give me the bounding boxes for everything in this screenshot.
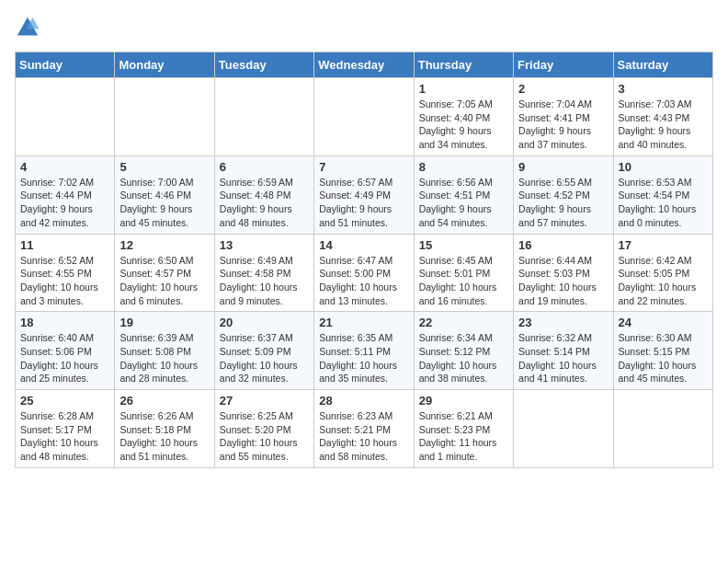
- header-row: SundayMondayTuesdayWednesdayThursdayFrid…: [16, 52, 713, 78]
- day-number: 12: [119, 238, 209, 252]
- day-info: Sunrise: 7:03 AM Sunset: 4:43 PM Dayligh…: [619, 98, 708, 152]
- logo-icon: [15, 15, 40, 40]
- calendar-table: SundayMondayTuesdayWednesdayThursdayFrid…: [15, 52, 713, 468]
- day-number: 21: [319, 316, 408, 329]
- calendar-cell: 3Sunrise: 7:03 AM Sunset: 4:43 PM Daylig…: [613, 78, 712, 156]
- day-number: 14: [319, 238, 408, 252]
- day-info: Sunrise: 6:23 AM Sunset: 5:21 PM Dayligh…: [319, 409, 408, 464]
- page-header: [15, 15, 713, 40]
- calendar-cell: 1Sunrise: 7:05 AM Sunset: 4:40 PM Daylig…: [414, 78, 513, 156]
- day-number: 15: [419, 238, 508, 252]
- day-info: Sunrise: 6:47 AM Sunset: 5:00 PM Dayligh…: [319, 254, 408, 308]
- calendar-cell: [16, 78, 115, 156]
- calendar-cell: 11Sunrise: 6:52 AM Sunset: 4:55 PM Dayli…: [16, 234, 115, 312]
- day-info: Sunrise: 6:55 AM Sunset: 4:52 PM Dayligh…: [518, 176, 608, 230]
- day-info: Sunrise: 6:56 AM Sunset: 4:51 PM Dayligh…: [419, 176, 508, 230]
- day-number: 22: [419, 316, 508, 329]
- day-info: Sunrise: 6:42 AM Sunset: 5:05 PM Dayligh…: [619, 254, 708, 308]
- day-number: 8: [419, 160, 508, 174]
- header-day-wednesday: Wednesday: [314, 52, 414, 78]
- day-info: Sunrise: 6:49 AM Sunset: 4:58 PM Dayligh…: [220, 254, 309, 308]
- calendar-cell: 8Sunrise: 6:56 AM Sunset: 4:51 PM Daylig…: [414, 155, 513, 234]
- day-number: 5: [119, 160, 209, 174]
- header-day-monday: Monday: [115, 52, 214, 78]
- calendar-cell: [115, 78, 214, 156]
- calendar-cell: [314, 78, 414, 156]
- day-info: Sunrise: 7:05 AM Sunset: 4:40 PM Dayligh…: [419, 98, 508, 152]
- day-number: 9: [518, 160, 608, 174]
- week-row-5: 25Sunrise: 6:28 AM Sunset: 5:17 PM Dayli…: [16, 390, 713, 468]
- header-day-tuesday: Tuesday: [214, 52, 313, 78]
- calendar-cell: [514, 390, 613, 468]
- calendar-cell: 24Sunrise: 6:30 AM Sunset: 5:15 PM Dayli…: [613, 312, 712, 390]
- calendar-cell: 6Sunrise: 6:59 AM Sunset: 4:48 PM Daylig…: [214, 155, 313, 234]
- day-number: 4: [20, 160, 109, 174]
- week-row-2: 4Sunrise: 7:02 AM Sunset: 4:44 PM Daylig…: [16, 155, 713, 234]
- calendar-cell: 4Sunrise: 7:02 AM Sunset: 4:44 PM Daylig…: [16, 155, 115, 234]
- week-row-4: 18Sunrise: 6:40 AM Sunset: 5:06 PM Dayli…: [16, 312, 713, 390]
- day-info: Sunrise: 6:32 AM Sunset: 5:14 PM Dayligh…: [518, 331, 608, 385]
- calendar-cell: 20Sunrise: 6:37 AM Sunset: 5:09 PM Dayli…: [214, 312, 313, 390]
- day-number: 20: [220, 316, 309, 329]
- day-info: Sunrise: 6:30 AM Sunset: 5:15 PM Dayligh…: [619, 331, 708, 385]
- day-info: Sunrise: 6:50 AM Sunset: 4:57 PM Dayligh…: [119, 254, 209, 308]
- calendar-cell: 29Sunrise: 6:21 AM Sunset: 5:23 PM Dayli…: [414, 390, 513, 468]
- calendar-cell: 19Sunrise: 6:39 AM Sunset: 5:08 PM Dayli…: [115, 312, 214, 390]
- day-number: 10: [619, 160, 708, 174]
- day-number: 19: [119, 316, 209, 329]
- day-info: Sunrise: 6:45 AM Sunset: 5:01 PM Dayligh…: [419, 254, 508, 308]
- day-info: Sunrise: 6:59 AM Sunset: 4:48 PM Dayligh…: [220, 176, 309, 230]
- calendar-cell: 17Sunrise: 6:42 AM Sunset: 5:05 PM Dayli…: [613, 234, 712, 312]
- day-info: Sunrise: 6:26 AM Sunset: 5:18 PM Dayligh…: [119, 409, 209, 464]
- day-number: 27: [220, 394, 309, 408]
- calendar-cell: 16Sunrise: 6:44 AM Sunset: 5:03 PM Dayli…: [514, 234, 613, 312]
- day-info: Sunrise: 6:37 AM Sunset: 5:09 PM Dayligh…: [220, 331, 309, 385]
- day-info: Sunrise: 7:00 AM Sunset: 4:46 PM Dayligh…: [119, 176, 209, 230]
- calendar-cell: 21Sunrise: 6:35 AM Sunset: 5:11 PM Dayli…: [314, 312, 414, 390]
- calendar-cell: 12Sunrise: 6:50 AM Sunset: 4:57 PM Dayli…: [115, 234, 214, 312]
- calendar-cell: 26Sunrise: 6:26 AM Sunset: 5:18 PM Dayli…: [115, 390, 214, 468]
- calendar-cell: 25Sunrise: 6:28 AM Sunset: 5:17 PM Dayli…: [16, 390, 115, 468]
- day-info: Sunrise: 6:53 AM Sunset: 4:54 PM Dayligh…: [619, 176, 708, 230]
- day-number: 18: [20, 316, 109, 329]
- day-info: Sunrise: 6:44 AM Sunset: 5:03 PM Dayligh…: [518, 254, 608, 308]
- week-row-1: 1Sunrise: 7:05 AM Sunset: 4:40 PM Daylig…: [16, 78, 713, 156]
- day-number: 7: [319, 160, 408, 174]
- day-number: 24: [619, 316, 708, 329]
- day-info: Sunrise: 6:34 AM Sunset: 5:12 PM Dayligh…: [419, 331, 508, 385]
- calendar-cell: 18Sunrise: 6:40 AM Sunset: 5:06 PM Dayli…: [16, 312, 115, 390]
- day-number: 11: [20, 238, 109, 252]
- logo: [15, 15, 44, 40]
- calendar-cell: 15Sunrise: 6:45 AM Sunset: 5:01 PM Dayli…: [414, 234, 513, 312]
- day-number: 23: [518, 316, 608, 329]
- day-number: 29: [419, 394, 508, 408]
- day-info: Sunrise: 6:21 AM Sunset: 5:23 PM Dayligh…: [419, 409, 508, 464]
- calendar-cell: 22Sunrise: 6:34 AM Sunset: 5:12 PM Dayli…: [414, 312, 513, 390]
- calendar-cell: 9Sunrise: 6:55 AM Sunset: 4:52 PM Daylig…: [514, 155, 613, 234]
- day-number: 13: [220, 238, 309, 252]
- day-info: Sunrise: 7:02 AM Sunset: 4:44 PM Dayligh…: [20, 176, 109, 230]
- day-info: Sunrise: 6:39 AM Sunset: 5:08 PM Dayligh…: [119, 331, 209, 385]
- calendar-cell: 23Sunrise: 6:32 AM Sunset: 5:14 PM Dayli…: [514, 312, 613, 390]
- day-number: 2: [518, 82, 608, 96]
- header-day-friday: Friday: [514, 52, 613, 78]
- day-number: 3: [619, 82, 708, 96]
- day-number: 6: [220, 160, 309, 174]
- header-day-saturday: Saturday: [613, 52, 712, 78]
- day-info: Sunrise: 6:25 AM Sunset: 5:20 PM Dayligh…: [220, 409, 309, 464]
- calendar-cell: 10Sunrise: 6:53 AM Sunset: 4:54 PM Dayli…: [613, 155, 712, 234]
- day-info: Sunrise: 7:04 AM Sunset: 4:41 PM Dayligh…: [518, 98, 608, 152]
- calendar-cell: 5Sunrise: 7:00 AM Sunset: 4:46 PM Daylig…: [115, 155, 214, 234]
- calendar-cell: 27Sunrise: 6:25 AM Sunset: 5:20 PM Dayli…: [214, 390, 313, 468]
- week-row-3: 11Sunrise: 6:52 AM Sunset: 4:55 PM Dayli…: [16, 234, 713, 312]
- calendar-cell: 2Sunrise: 7:04 AM Sunset: 4:41 PM Daylig…: [514, 78, 613, 156]
- day-number: 26: [119, 394, 209, 408]
- day-info: Sunrise: 6:57 AM Sunset: 4:49 PM Dayligh…: [319, 176, 408, 230]
- day-number: 16: [518, 238, 608, 252]
- day-number: 25: [20, 394, 109, 408]
- day-number: 1: [419, 82, 508, 96]
- day-number: 28: [319, 394, 408, 408]
- calendar-cell: [214, 78, 313, 156]
- day-number: 17: [619, 238, 708, 252]
- calendar-cell: 14Sunrise: 6:47 AM Sunset: 5:00 PM Dayli…: [314, 234, 414, 312]
